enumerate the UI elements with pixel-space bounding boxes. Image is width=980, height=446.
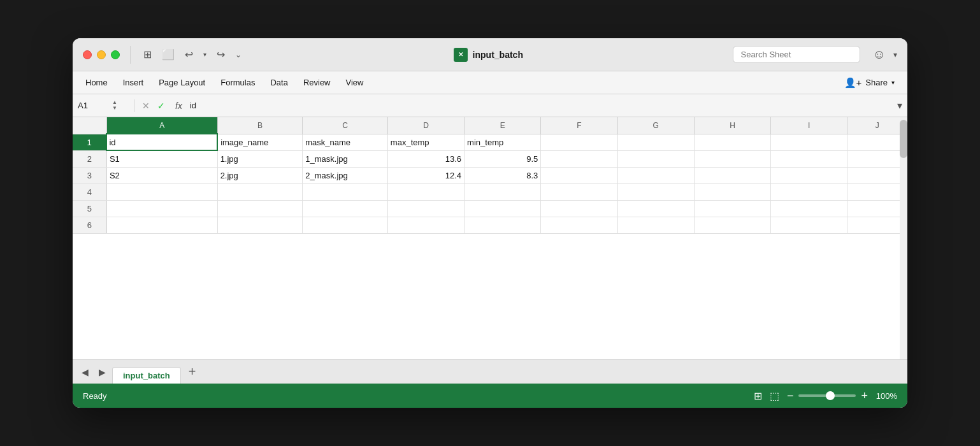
cell-J5[interactable] [847, 200, 907, 217]
cell-G5[interactable] [617, 200, 694, 217]
menu-data[interactable]: Data [263, 75, 295, 90]
row-number-1[interactable]: 1 [73, 134, 106, 150]
cell-D1[interactable]: max_temp [387, 134, 464, 150]
cell-G4[interactable] [617, 183, 694, 200]
cell-B2[interactable]: 1.jpg [217, 150, 303, 167]
cell-J1[interactable] [847, 134, 907, 150]
cell-E5[interactable] [465, 200, 541, 217]
cell-F2[interactable] [541, 150, 617, 167]
cell-B6[interactable] [217, 217, 303, 233]
page-view-icon[interactable]: ⬚ [770, 390, 779, 402]
cell-F3[interactable] [541, 167, 617, 183]
cell-I4[interactable] [771, 183, 847, 200]
cell-G1[interactable] [617, 134, 694, 150]
sheet-tab-input-batch[interactable]: input_batch [112, 367, 181, 384]
cell-H4[interactable] [694, 183, 770, 200]
add-sheet-button[interactable]: + [184, 363, 201, 380]
row-number-2[interactable]: 2 [73, 150, 106, 167]
cell-E6[interactable] [465, 217, 541, 233]
cell-C6[interactable] [303, 217, 388, 233]
tab-next-button[interactable]: ▶ [95, 364, 110, 380]
cell-E3[interactable]: 8.3 [465, 167, 541, 183]
cell-G2[interactable] [617, 150, 694, 167]
cell-C4[interactable] [303, 183, 388, 200]
tab-prev-button[interactable]: ◀ [78, 364, 92, 380]
col-header-I[interactable]: I [771, 117, 847, 134]
cell-J6[interactable] [847, 217, 907, 233]
cell-H6[interactable] [694, 217, 770, 233]
cell-D6[interactable] [387, 217, 464, 233]
vertical-scrollbar[interactable] [900, 117, 907, 359]
cell-I3[interactable] [771, 167, 847, 183]
undo-dropdown[interactable]: ▾ [201, 48, 209, 61]
col-header-B[interactable]: B [217, 117, 303, 134]
cell-H2[interactable] [694, 150, 770, 167]
cell-J4[interactable] [847, 183, 907, 200]
close-button[interactable] [83, 50, 92, 59]
cell-I5[interactable] [771, 200, 847, 217]
maximize-button[interactable] [111, 50, 120, 59]
account-chevron[interactable]: ▾ [893, 50, 897, 59]
cell-D2[interactable]: 13.6 [387, 150, 464, 167]
emoji-picker-icon[interactable]: ☺ [873, 47, 886, 62]
cell-A5[interactable] [106, 200, 217, 217]
cell-E2[interactable]: 9.5 [465, 150, 541, 167]
undo-button[interactable]: ↩ [182, 46, 196, 63]
zoom-out-button[interactable]: − [787, 390, 794, 401]
menu-formulas[interactable]: Formulas [213, 75, 263, 90]
cell-I1[interactable] [771, 134, 847, 150]
col-header-E[interactable]: E [465, 117, 541, 134]
formula-input[interactable] [190, 101, 892, 110]
cell-ref-input[interactable] [78, 101, 110, 110]
share-button[interactable]: 👤+ Share ▾ [837, 75, 902, 91]
cell-F4[interactable] [541, 183, 617, 200]
cell-H3[interactable] [694, 167, 770, 183]
cell-J2[interactable] [847, 150, 907, 167]
cell-H1[interactable] [694, 134, 770, 150]
scrollbar-thumb[interactable] [900, 120, 907, 158]
cell-H5[interactable] [694, 200, 770, 217]
cell-E1[interactable]: min_temp [465, 134, 541, 150]
zoom-in-button[interactable]: + [861, 390, 868, 401]
cell-ref-down[interactable]: ▼ [112, 106, 117, 111]
cell-B4[interactable] [217, 183, 303, 200]
cell-A6[interactable] [106, 217, 217, 233]
row-number-4[interactable]: 4 [73, 183, 106, 200]
menu-insert[interactable]: Insert [115, 75, 152, 90]
menu-home[interactable]: Home [78, 75, 115, 90]
col-header-J[interactable]: J [847, 117, 907, 134]
cell-F6[interactable] [541, 217, 617, 233]
more-dropdown[interactable]: ⌄ [233, 48, 244, 62]
cell-E4[interactable] [465, 183, 541, 200]
layout-icon-button[interactable]: ⊞ [141, 46, 154, 63]
cell-I2[interactable] [771, 150, 847, 167]
cell-D4[interactable] [387, 183, 464, 200]
cell-B5[interactable] [217, 200, 303, 217]
row-number-6[interactable]: 6 [73, 217, 106, 233]
row-number-3[interactable]: 3 [73, 167, 106, 183]
menu-review[interactable]: Review [296, 75, 338, 90]
corner-header[interactable] [73, 117, 106, 134]
grid-view-icon[interactable]: ⊞ [754, 390, 762, 402]
cell-J3[interactable] [847, 167, 907, 183]
cell-F5[interactable] [541, 200, 617, 217]
cell-B3[interactable]: 2.jpg [217, 167, 303, 183]
cell-C2[interactable]: 1_mask.jpg [303, 150, 388, 167]
col-header-C[interactable]: C [303, 117, 388, 134]
menu-page-layout[interactable]: Page Layout [151, 75, 213, 90]
cell-C5[interactable] [303, 200, 388, 217]
formula-cancel[interactable]: ✕ [140, 99, 152, 112]
cell-C3[interactable]: 2_mask.jpg [303, 167, 388, 183]
col-header-H[interactable]: H [694, 117, 770, 134]
cell-A2[interactable]: S1 [106, 150, 217, 167]
cell-D5[interactable] [387, 200, 464, 217]
cell-A3[interactable]: S2 [106, 167, 217, 183]
save-button[interactable]: ⬜ [159, 46, 177, 63]
menu-view[interactable]: View [338, 75, 371, 90]
formula-expand-icon[interactable]: ▾ [897, 99, 902, 112]
col-header-F[interactable]: F [541, 117, 617, 134]
cell-G3[interactable] [617, 167, 694, 183]
zoom-slider[interactable] [798, 394, 856, 397]
cell-F1[interactable] [541, 134, 617, 150]
zoom-slider-thumb[interactable] [826, 391, 835, 400]
